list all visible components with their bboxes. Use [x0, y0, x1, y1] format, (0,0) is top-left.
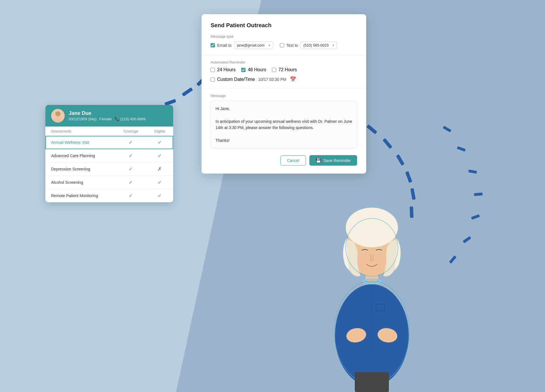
modal-footer: Cancel 💾 Save Reminder	[211, 155, 357, 166]
email-checkbox[interactable]	[211, 43, 215, 47]
message-section-label: Message	[211, 94, 357, 98]
svg-point-12	[346, 208, 398, 247]
check-icon: ✓	[129, 166, 133, 172]
message-type-row: Email to jane@gmail.com Text to (510) 56…	[211, 41, 357, 49]
assessment-name: Annual Wellness Visit	[45, 136, 115, 149]
custom-date-value: 10/17 03:30 PM	[258, 77, 286, 82]
cross-icon: ✗	[158, 166, 162, 172]
72hours-checkbox[interactable]	[272, 68, 276, 72]
svg-point-13	[358, 257, 366, 266]
48hours-group: 48 Hours	[241, 67, 266, 72]
eligible-cell: ✓	[146, 176, 173, 189]
coverage-cell: ✓	[115, 176, 146, 189]
assessment-name: Remote Patient Monitoring	[45, 189, 115, 203]
cancel-button[interactable]: Cancel	[280, 155, 306, 166]
eligible-cell: ✓	[146, 136, 173, 149]
col-coverage: Coverage	[115, 127, 146, 136]
custom-date-label: Custom Date/Time	[217, 77, 255, 82]
assessment-name: Depression Screening	[45, 163, 115, 176]
check-icon: ✓	[129, 153, 133, 159]
text-to-label: Text to	[286, 43, 298, 48]
email-to-group: Email to jane@gmail.com	[211, 41, 273, 49]
svg-rect-19	[355, 372, 389, 392]
assessments-table: Assessments Coverage Eligible Annual Wel…	[45, 127, 173, 202]
svg-point-3	[55, 111, 60, 115]
table-row: Depression Screening✓✗	[45, 163, 173, 176]
reminder-hours-row: 24 Hours 48 Hours 72 Hours	[211, 67, 357, 72]
svg-point-14	[378, 257, 386, 266]
24hours-checkbox[interactable]	[211, 68, 215, 72]
message-text: Hi Jane,In anticipation of your upcoming…	[215, 106, 352, 144]
save-icon: 💾	[316, 158, 321, 163]
patient-name: Jane Due	[69, 110, 146, 116]
check-icon: ✓	[129, 193, 133, 199]
72hours-label: 72 Hours	[278, 67, 297, 72]
table-header-row: Assessments Coverage Eligible	[45, 127, 173, 136]
text-to-group: Text to (510) 565-0023	[280, 41, 337, 49]
check-icon: ✓	[158, 140, 162, 145]
check-icon: ✓	[129, 180, 133, 185]
person-illustration	[312, 151, 431, 392]
automated-reminder-label: Automated Reminder	[211, 60, 357, 64]
calendar-icon[interactable]: 📅	[290, 76, 296, 83]
eligible-cell: ✓	[146, 189, 173, 203]
save-reminder-button[interactable]: 💾 Save Reminder	[309, 155, 357, 166]
table-row: Remote Patient Monitoring✓✓	[45, 189, 173, 203]
check-icon: ✓	[158, 193, 162, 199]
assessment-name: Alcohol Screening	[45, 176, 115, 189]
table-row: Annual Wellness Visit✓✓	[45, 136, 173, 149]
24hours-label: 24 Hours	[217, 67, 236, 72]
table-row: Advanced Care Planning✓✓	[45, 149, 173, 163]
patient-dob: 03/12/1959 (64y)	[69, 117, 97, 121]
coverage-cell: ✓	[115, 149, 146, 163]
eligible-cell: ✗	[146, 163, 173, 176]
phone-icon: 📞	[115, 117, 119, 121]
table-row: Alcohol Screening✓✓	[45, 176, 173, 189]
coverage-cell: ✓	[115, 189, 146, 203]
custom-date-checkbox[interactable]	[211, 77, 215, 82]
24hours-group: 24 Hours	[211, 67, 236, 72]
patient-details: 03/12/1959 (64y) Female 📞 (123) 456-9999	[69, 117, 146, 121]
72hours-group: 72 Hours	[272, 67, 297, 72]
48hours-label: 48 Hours	[248, 67, 266, 72]
phone-dropdown-wrapper: (510) 565-0023	[300, 41, 337, 49]
48hours-checkbox[interactable]	[241, 68, 246, 72]
email-to-label: Email to	[217, 43, 232, 48]
patient-info: Jane Due 03/12/1959 (64y) Female 📞 (123)…	[69, 110, 146, 121]
patient-phone: 📞 (123) 456-9999	[115, 117, 146, 121]
coverage-cell: ✓	[115, 136, 146, 149]
modal-title: Send Patient Outreach	[211, 22, 357, 29]
avatar	[51, 109, 65, 123]
text-checkbox[interactable]	[280, 43, 284, 47]
divider-1	[202, 55, 366, 55]
check-icon: ✓	[158, 180, 162, 185]
patient-card-header: Jane Due 03/12/1959 (64y) Female 📞 (123)…	[45, 105, 173, 127]
phone-number: (123) 456-9999	[120, 117, 146, 121]
check-icon: ✓	[158, 153, 162, 159]
eligible-cell: ✓	[146, 149, 173, 163]
outreach-modal: Send Patient Outreach Message type Email…	[202, 14, 366, 174]
email-dropdown[interactable]: jane@gmail.com	[234, 41, 273, 49]
divider-2	[202, 88, 366, 88]
message-type-label: Message type	[211, 34, 357, 39]
custom-date-group: Custom Date/Time	[211, 77, 255, 82]
col-eligible: Eligible	[146, 127, 173, 136]
phone-dropdown[interactable]: (510) 565-0023	[300, 41, 337, 49]
custom-date-row: Custom Date/Time 10/17 03:30 PM 📅	[211, 76, 357, 83]
svg-point-1	[54, 118, 62, 123]
message-box: Hi Jane,In anticipation of your upcoming…	[211, 101, 357, 148]
col-assessments: Assessments	[45, 127, 115, 136]
coverage-cell: ✓	[115, 163, 146, 176]
assessment-name: Advanced Care Planning	[45, 149, 115, 163]
email-dropdown-wrapper: jane@gmail.com	[234, 41, 273, 49]
check-icon: ✓	[129, 140, 133, 145]
save-label: Save Reminder	[324, 158, 351, 163]
patient-card: Jane Due 03/12/1959 (64y) Female 📞 (123)…	[45, 105, 173, 202]
patient-gender: Female	[99, 117, 112, 121]
